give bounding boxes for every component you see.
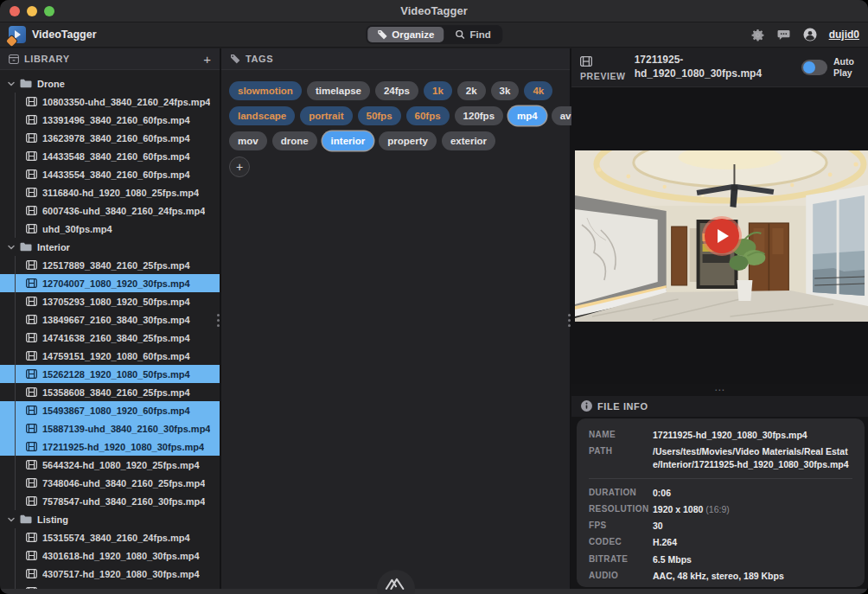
tag-pill-mp4[interactable]: mp4 [508, 106, 546, 125]
file-row[interactable]: uhd_30fps.mp4 [0, 220, 220, 238]
autoplay-toggle[interactable] [801, 60, 827, 75]
minimize-button[interactable] [27, 6, 37, 16]
panel-resize-handle-left[interactable] [217, 314, 220, 327]
file-row[interactable]: 6007436-uhd_3840_2160_24fps.mp4 [0, 201, 220, 220]
folder-row-interior[interactable]: Interior [0, 238, 220, 256]
app-logo-fab[interactable] [377, 570, 415, 594]
tag-pill-50fps[interactable]: 50fps [358, 106, 401, 125]
file-row[interactable]: 7578547-uhd_3840_2160_30fps.mp4 [0, 492, 220, 510]
video-preview-frame[interactable] [575, 150, 868, 322]
file-info-value: AAC, 48 kHz, stereo, 189 Kbps [653, 570, 852, 583]
folder-row-listing[interactable]: Listing [0, 510, 220, 528]
close-button[interactable] [10, 6, 20, 16]
file-name: 6007436-uhd_3840_2160_24fps.mp4 [42, 206, 205, 216]
tag-pill-2k[interactable]: 2k [457, 81, 486, 100]
file-name: 15493867_1080_1920_60fps.mp4 [42, 406, 190, 416]
tag-pill-timelapse[interactable]: timelapse [307, 81, 370, 100]
file-info-row: FPS30 [589, 520, 852, 533]
file-name: 7348046-uhd_3840_2160_25fps.mp4 [42, 478, 205, 489]
file-row[interactable]: 15315574_3840_2160_24fps.mp4 [0, 528, 220, 546]
zoom-button[interactable] [44, 6, 54, 16]
film-icon [26, 97, 37, 106]
app-logo-icon [9, 26, 26, 43]
folder-files: 10803350-uhd_3840_2160_24fps.mp413391496… [0, 93, 220, 238]
tag-pill-mov[interactable]: mov [229, 131, 267, 150]
file-row[interactable]: 15262128_1920_1080_50fps.mp4 [0, 365, 220, 383]
tag-pill-drone[interactable]: drone [272, 131, 317, 150]
add-tag-button[interactable]: + [229, 156, 250, 177]
film-icon [26, 551, 37, 560]
file-row[interactable]: 13849667_2160_3840_30fps.mp4 [0, 310, 220, 329]
film-icon [580, 54, 592, 70]
film-icon [26, 278, 37, 288]
find-tab[interactable]: Find [445, 27, 500, 42]
toolbar: VideoTagger Organize Find [0, 22, 868, 48]
file-row[interactable]: 14433548_3840_2160_60fps.mp4 [0, 147, 220, 165]
file-row[interactable]: 15358608_3840_2160_25fps.mp4 [0, 383, 220, 401]
file-row[interactable]: 12517889_3840_2160_25fps.mp4 [0, 256, 220, 274]
library-icon [9, 54, 19, 64]
file-row[interactable]: 13391496_3840_2160_60fps.mp4 [0, 111, 220, 129]
file-name: 4301618-hd_1920_1080_30fps.mp4 [42, 551, 200, 561]
file-row[interactable]: 10803350-uhd_3840_2160_24fps.mp4 [0, 93, 220, 111]
file-row[interactable]: 13623978_3840_2160_60fps.mp4 [0, 129, 220, 147]
tag-pill-property[interactable]: property [379, 131, 437, 150]
app-window: VideoTagger VideoTagger Organize Find [0, 0, 868, 594]
panel-resize-handle-right[interactable] [568, 314, 571, 327]
chevron-down-icon[interactable] [8, 244, 15, 251]
file-row[interactable]: 4301618-hd_1920_1080_30fps.mp4 [0, 546, 220, 565]
tag-pill-1k[interactable]: 1k [424, 81, 452, 100]
file-name: 13705293_1080_1920_50fps.mp4 [42, 297, 190, 307]
play-overlay [575, 150, 868, 322]
chevron-down-icon[interactable] [8, 80, 15, 87]
tag-row: landscapeportrait50fps60fps120fpsmp4avi [229, 106, 562, 125]
file-row[interactable]: 14741638_2160_3840_25fps.mp4 [0, 329, 220, 347]
file-row[interactable]: 5644324-hd_1080_1920_25fps.mp4 [0, 456, 220, 474]
tag-pill-120fps[interactable]: 120fps [455, 106, 503, 125]
file-row[interactable]: 7348046-uhd_3840_2160_25fps.mp4 [0, 474, 220, 492]
file-name: 13849667_2160_3840_30fps.mp4 [42, 315, 190, 325]
toolbar-right: dujid0 [751, 28, 859, 42]
avatar-icon[interactable] [803, 28, 817, 42]
tag-pill-24fps[interactable]: 24fps [375, 81, 418, 100]
preview-header-left: PREVIEW [580, 54, 626, 81]
tag-pill-60fps[interactable]: 60fps [406, 106, 450, 125]
organize-tab[interactable]: Organize [367, 27, 444, 42]
file-row[interactable]: 15887139-uhd_3840_2160_30fps.mp4 [0, 419, 220, 438]
tag-pill-4k[interactable]: 4k [524, 81, 552, 100]
preview-header: PREVIEW 17211925-hd_1920_1080_30fps.mp4 … [571, 48, 868, 87]
tag-pill-slowmotion[interactable]: slowmotion [229, 81, 302, 100]
tag-pill-3k[interactable]: 3k [491, 81, 520, 100]
tag-pill-landscape[interactable]: landscape [229, 106, 295, 125]
file-info-card: NAME17211925-hd_1920_1080_30fps.mp4PATH/… [577, 418, 865, 587]
film-icon [26, 206, 37, 215]
tag-pill-portrait[interactable]: portrait [300, 106, 352, 125]
add-library-item-button[interactable]: + [203, 52, 211, 67]
file-row[interactable]: 3116840-hd_1920_1080_25fps.mp4 [0, 183, 220, 201]
tag-pill-interior[interactable]: interior [322, 131, 374, 150]
file-row[interactable]: 14759151_1920_1080_60fps.mp4 [0, 347, 220, 365]
file-row[interactable]: 4307517-hd_1920_1080_30fps.mp4 [0, 565, 220, 583]
file-name: 5644324-hd_1080_1920_25fps.mp4 [42, 460, 200, 470]
file-name: 15887139-uhd_3840_2160_30fps.mp4 [42, 424, 210, 434]
file-row[interactable]: 13705293_1080_1920_50fps.mp4 [0, 292, 220, 310]
file-info-value: 17211925-hd_1920_1080_30fps.mp4 [653, 429, 852, 442]
file-name: 15315574_3840_2160_24fps.mp4 [42, 533, 190, 543]
film-icon [26, 442, 37, 451]
file-name: 14433554_3840_2160_60fps.mp4 [42, 169, 190, 180]
gear-icon[interactable] [751, 28, 765, 42]
play-button[interactable] [705, 219, 739, 253]
film-icon [26, 260, 37, 270]
mode-segmented-control: Organize Find [366, 25, 502, 44]
folder-row-drone[interactable]: Drone [0, 74, 220, 93]
panel-resize-handle-horizontal[interactable]: ⋯ [571, 384, 868, 396]
file-row[interactable]: 12704007_1080_1920_30fps.mp4 [0, 274, 220, 292]
file-row[interactable]: 17211925-hd_1920_1080_30fps.mp4 [0, 438, 220, 456]
file-name: 13391496_3840_2160_60fps.mp4 [42, 115, 190, 125]
chat-icon[interactable] [777, 28, 791, 42]
username-link[interactable]: dujid0 [829, 29, 859, 41]
tag-pill-exterior[interactable]: exterior [442, 131, 495, 150]
file-row[interactable]: 14433554_3840_2160_60fps.mp4 [0, 165, 220, 183]
chevron-down-icon[interactable] [8, 516, 15, 523]
file-row[interactable]: 15493867_1080_1920_60fps.mp4 [0, 401, 220, 419]
